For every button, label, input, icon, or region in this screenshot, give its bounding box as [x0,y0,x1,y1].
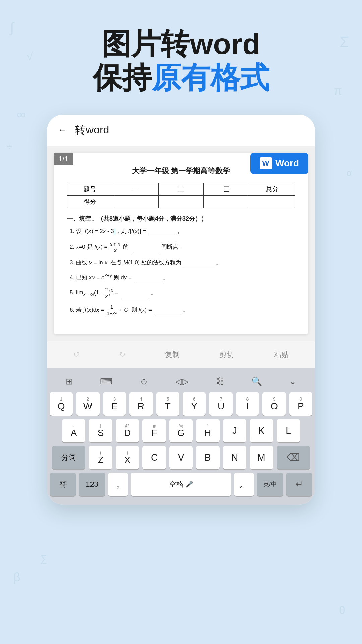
key-L[interactable]: L [277,419,300,442]
key-T[interactable]: 5T [156,392,179,416]
doc-question-1: 1. 设 f(x) = 2x - 3，则 f[f(x)] = 。 [67,227,295,236]
key-I[interactable]: 8I [236,392,259,416]
key-K[interactable]: K [250,419,273,442]
kb-search-button[interactable]: 🔍 [248,374,265,389]
headline: 图片转word 保持原有格式 [93,27,269,95]
table-row-3 [204,196,249,208]
key-Q[interactable]: 1Q [50,392,73,416]
key-fu[interactable]: 符 [50,473,76,496]
key-C[interactable]: C [142,446,166,469]
key-V[interactable]: V [169,446,193,469]
doc-question-6: 6. 若 ∫f(x)dx = 11+x² + C 则 f(x) = 。 [67,304,295,316]
redo-button[interactable]: ↻ [114,347,131,362]
doc-page: 大学一年级 第一学期高等数学 题号 一 二 三 总分 得分 [54,153,308,334]
key-fenci[interactable]: 分词 [52,446,85,469]
doc-area: 1/1 W Word 大学一年级 第一学期高等数学 题号 一 二 三 总分 [47,146,315,341]
key-return[interactable]: ↵ [286,473,312,496]
delete-key[interactable]: ⌫ [277,446,310,469]
key-D[interactable]: @D [116,419,139,442]
key-P[interactable]: 0P [289,392,312,416]
table-header-4: 总分 [249,183,295,196]
key-lang[interactable]: 英/中 [257,473,283,496]
key-E[interactable]: 3E [103,392,126,416]
table-header-1: 一 [113,183,158,196]
kb-keyboard-button[interactable]: ⌨ [97,374,116,389]
table-header-0: 题号 [67,183,113,196]
key-O[interactable]: 9O [262,392,286,416]
phone-mockup: ← 转word 1/1 W Word 大学一年级 第一学期高等数学 题号 一 二… [47,115,315,504]
key-row-3: 分词 (Z )X C V B N M ⌫ [50,446,312,469]
kb-chevron-button[interactable]: ⌄ [286,374,300,389]
cut-button[interactable]: 剪切 [214,347,239,362]
headline-line1: 图片转word [93,27,269,61]
key-Y[interactable]: 6Y [183,392,206,416]
table-header-2: 二 [158,183,204,196]
key-B[interactable]: B [196,446,220,469]
table-row-total [249,196,295,208]
back-button[interactable]: ← [58,125,67,136]
key-row-2: -A !S @D #F %G "H J K L [50,419,312,442]
edit-toolbar: ↺ ↻ 复制 剪切 粘贴 [47,341,315,368]
table-row-2 [158,196,204,208]
doc-question-5: 5. limx→∞(1 - 2x)x = 。 [67,287,295,299]
headline-line2-prefix: 保持 [93,61,152,94]
table-row-label: 得分 [67,196,113,208]
doc-section: 一、填空。（共8道小题，每小题4分，满分32分）） [67,215,295,223]
key-W[interactable]: 2W [76,392,99,416]
kb-cursor-button[interactable]: ◁▷ [172,374,192,389]
key-R[interactable]: 4R [129,392,153,416]
table-row-1 [113,196,158,208]
word-button-label: Word [275,158,299,169]
main-content: 图片转word 保持原有格式 ← 转word 1/1 W Word 大学一年级 … [0,0,362,505]
doc-question-2: 2. x=0 是 f(x) = sin xx 的 间断点。 [67,241,295,253]
copy-button[interactable]: 复制 [160,347,185,362]
doc-question-3: 3. 曲线 y = ln x 在点 M(1,0) 处的法线方程为 。 [67,258,295,267]
page-badge: 1/1 [54,153,73,165]
key-F[interactable]: #F [142,419,166,442]
key-row-1: 1Q 2W 3E 4R 5T 6Y 7U 8I 9O 0P [50,392,312,416]
key-S[interactable]: !S [89,419,112,442]
word-export-button[interactable]: W Word [250,153,308,174]
key-comma[interactable]: , [108,473,128,496]
key-A[interactable]: -A [62,419,85,442]
table-header-3: 三 [204,183,249,196]
key-G[interactable]: %G [169,419,193,442]
paste-button[interactable]: 粘贴 [268,347,294,362]
key-123[interactable]: 123 [79,473,105,496]
key-period[interactable]: 。 [234,473,254,496]
app-header: ← 转word [47,115,315,146]
key-J[interactable]: J [223,419,246,442]
keyboard-area: ⊞ ⌨ ☺ ◁▷ ⛓ 🔍 ⌄ 1Q 2W 3E 4R 5T 6Y 7U 8I 9… [47,368,315,505]
undo-button[interactable]: ↺ [68,347,85,362]
kb-grid-button[interactable]: ⊞ [62,374,76,389]
keyboard-toolbar: ⊞ ⌨ ☺ ◁▷ ⛓ 🔍 ⌄ [50,371,312,392]
key-M[interactable]: M [250,446,273,469]
headline-line2-blue: 原有格式 [152,61,269,94]
key-Z[interactable]: (Z [89,446,112,469]
app-title: 转word [75,123,109,138]
headline-line2: 保持原有格式 [93,61,269,95]
score-table: 题号 一 二 三 总分 得分 [67,183,295,208]
key-row-4: 符 123 , 空格 🎤 。 英/中 ↵ [50,473,312,496]
key-H[interactable]: "H [196,419,220,442]
kb-emoji-button[interactable]: ☺ [136,374,152,389]
key-X[interactable]: )X [116,446,139,469]
key-space[interactable]: 空格 🎤 [131,473,231,496]
key-U[interactable]: 7U [209,392,232,416]
kb-link-button[interactable]: ⛓ [212,374,228,389]
key-N[interactable]: N [223,446,246,469]
doc-question-4: 4. 已知 xy = ex+y 则 dy = 。 [67,272,295,282]
word-icon: W [260,157,272,169]
